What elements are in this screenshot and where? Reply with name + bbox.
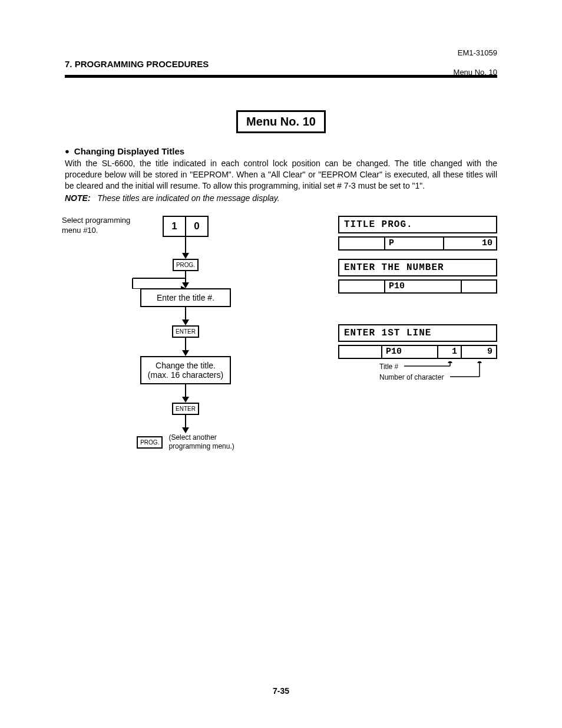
display-enter-first-line: ENTER 1ST LINE P10 1 9 xyxy=(338,324,497,385)
svg-marker-6 xyxy=(477,361,482,363)
prog-key-2: PROG. xyxy=(137,436,163,449)
header-menu-no: Menu No. 10 xyxy=(454,68,497,77)
display-cell xyxy=(462,279,497,294)
note-text: These titles are indicated on the messag… xyxy=(97,193,279,203)
flow-select-note: (Select another programming menu.) xyxy=(168,433,234,452)
display-examples: TITLE PROG. P 10 ENTER THE NUMBER P10 EN… xyxy=(338,216,497,452)
annotation-char-count: Number of character xyxy=(379,373,444,381)
display-cell xyxy=(338,279,385,294)
subsection-heading: Changing Displayed Titles xyxy=(65,146,497,156)
flow-select-label: Select programming menu #10. xyxy=(62,216,133,236)
display-cell: 9 xyxy=(462,345,497,359)
display-header: TITLE PROG. xyxy=(338,216,497,233)
display-cell: 10 xyxy=(444,236,497,251)
flow-step-line2: (max. 16 characters) xyxy=(147,370,224,380)
svg-marker-3 xyxy=(448,361,452,363)
loop-return-icon xyxy=(124,271,247,289)
enter-key: ENTER xyxy=(172,325,199,338)
doc-number: EM1-31059 xyxy=(454,48,497,57)
section-heading: 7. PROGRAMMING PROCEDURES xyxy=(65,59,497,69)
display-cell: P10 xyxy=(385,279,462,294)
display-cell: P10 xyxy=(382,345,438,359)
prog-key: PROG. xyxy=(173,259,199,271)
display-header: ENTER 1ST LINE xyxy=(338,324,497,342)
flow-step-enter-title: Enter the title #. xyxy=(140,288,231,307)
display-title-prog: TITLE PROG. P 10 ENTER THE NUMBER P10 xyxy=(338,216,497,294)
page-title: Menu No. 10 xyxy=(236,110,326,133)
flow-select-note-l1: (Select another xyxy=(168,433,234,443)
note-line: NOTE: These titles are indicated on the … xyxy=(65,193,497,203)
flow-select-note-l2: programming menu.) xyxy=(168,442,234,452)
body-paragraph: With the SL-6600, the title indicated in… xyxy=(65,158,497,192)
flow-step-line1: Change the title. xyxy=(147,361,224,370)
page-number: 7-35 xyxy=(0,686,562,696)
keypad-1: 1 xyxy=(163,216,186,237)
flow-step-change-title: Change the title. (max. 16 characters) xyxy=(140,356,231,384)
flowchart: Select programming menu #10. 1 0 PROG. E… xyxy=(65,216,297,452)
note-label: NOTE: xyxy=(65,193,91,203)
display-cell xyxy=(338,236,385,251)
display-header: ENTER THE NUMBER xyxy=(338,259,497,276)
display-cell xyxy=(338,345,382,359)
svg-marker-0 xyxy=(181,286,187,289)
annotation-title-number: Title # xyxy=(379,363,398,371)
display-cell: P xyxy=(385,236,444,251)
keypad-0: 0 xyxy=(186,216,209,237)
enter-key-2: ENTER xyxy=(172,403,199,415)
header-rule xyxy=(65,75,497,78)
display-cell: 1 xyxy=(438,345,462,359)
